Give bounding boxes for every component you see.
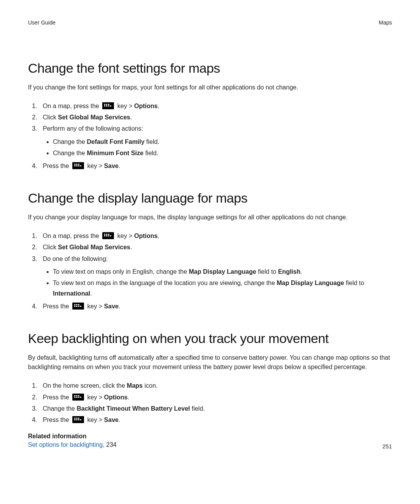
step-item: Do one of the following: To view text on… (39, 254, 392, 299)
step-item: Change the Backlight Timeout When Batter… (39, 403, 392, 414)
bullet-item: To view text on maps in the language of … (53, 278, 392, 299)
step-text: . (130, 244, 132, 250)
bullet-text: field to (256, 268, 278, 275)
bullet-bold: English (278, 268, 301, 275)
header-right: Maps (379, 19, 392, 26)
step-text: key > (116, 233, 134, 239)
bullet-text: To view text on maps only in English, ch… (53, 268, 189, 275)
section-font-settings: Change the font settings for maps If you… (28, 61, 392, 171)
step-item: Click Set Global Map Services. (39, 112, 392, 122)
steps-list: On the home screen, click the Maps icon.… (28, 380, 392, 425)
section-intro: If you change the font settings for maps… (28, 83, 392, 92)
step-item: Press the key > Save. (39, 415, 392, 425)
step-text: Press the (43, 303, 71, 310)
step-bold: Save (104, 416, 119, 423)
step-text: On the home screen, click the (43, 382, 127, 389)
menu-key-icon (72, 416, 84, 423)
step-item: Press the key > Options. (39, 392, 392, 402)
bullet-item: Change the Minimum Font Size field. (53, 148, 392, 158)
step-text: . (130, 114, 132, 121)
step-item: Press the key > Save. (39, 161, 392, 171)
step-bold: Options (104, 394, 128, 401)
section-display-language: Change the display language for maps If … (28, 191, 392, 312)
step-bold: Options (134, 233, 158, 239)
related-link[interactable]: Set options for backlighting, (28, 441, 106, 448)
step-item: Perform any of the following actions: Ch… (39, 123, 392, 158)
step-text: . (158, 233, 159, 239)
section-title: Change the font settings for maps (28, 61, 392, 76)
step-text: key > (116, 103, 134, 109)
step-item: On a map, press the key > Options. (39, 101, 392, 111)
bullet-bold: Minimum Font Size (87, 150, 144, 156)
step-text: On a map, press the (43, 103, 101, 109)
step-item: Press the key > Save. (39, 301, 392, 312)
bullet-text: . (90, 290, 92, 297)
bullet-text: field. (145, 138, 159, 145)
step-text: key > (86, 394, 104, 401)
step-text: Click (43, 244, 58, 250)
step-text: key > (86, 416, 104, 423)
bullet-bold: Map Display Language (276, 280, 344, 286)
bullet-text: Change the (53, 150, 87, 156)
step-text: Press the (43, 163, 71, 169)
steps-list: On a map, press the key > Options. Click… (28, 101, 392, 171)
bullet-item: Change the Default Font Family field. (53, 136, 392, 147)
step-text: Perform any of the following actions: (43, 125, 143, 132)
steps-list: On a map, press the key > Options. Click… (28, 231, 392, 312)
step-item: On a map, press the key > Options. (39, 231, 392, 241)
step-text: On a map, press the (43, 233, 101, 239)
section-intro: By default, backlighting turns off autom… (28, 353, 392, 372)
step-text: Press the (43, 416, 71, 423)
step-item: Click Set Global Map Services. (39, 242, 392, 252)
related-information-heading: Related information (28, 433, 392, 440)
step-text: key > (86, 303, 104, 310)
related-page-number: 234 (106, 441, 117, 448)
step-bold: Backlight Timeout When Battery Level (77, 405, 190, 412)
step-bold: Save (104, 303, 119, 310)
bullet-text: field. (144, 150, 158, 156)
step-text: key > (86, 163, 104, 169)
bullet-list: To view text on maps only in English, ch… (43, 266, 392, 299)
step-text: Do one of the following: (43, 256, 108, 262)
bullet-item: To view text on maps only in English, ch… (53, 266, 392, 277)
step-text: . (119, 303, 120, 310)
bullet-text: field to (344, 280, 364, 286)
step-text: . (158, 103, 159, 109)
menu-key-icon (72, 394, 84, 401)
step-text: Press the (43, 394, 71, 401)
bullet-bold: Map Display Language (189, 268, 256, 275)
step-text: . (119, 416, 120, 423)
menu-key-icon (102, 102, 114, 109)
step-bold: Maps (127, 382, 143, 389)
page-number: 251 (382, 443, 392, 450)
step-text: Click (43, 114, 58, 121)
page-header: User Guide Maps (28, 19, 392, 26)
menu-key-icon (102, 232, 114, 239)
section-title: Change the display language for maps (28, 191, 392, 206)
step-bold: Set Global Map Services (58, 114, 130, 121)
bullet-text: Change the (53, 138, 87, 145)
menu-key-icon (72, 162, 84, 169)
step-text: . (128, 394, 129, 401)
bullet-text: To view text on maps in the language of … (53, 280, 276, 286)
step-bold: Save (104, 163, 119, 169)
step-text: field. (190, 405, 205, 412)
header-left: User Guide (28, 19, 56, 26)
page: User Guide Maps Change the font settings… (0, 0, 420, 504)
menu-key-icon (72, 303, 84, 310)
bullet-bold: International (53, 290, 90, 297)
bullet-text: . (301, 268, 302, 275)
section-intro: If you change your display language for … (28, 213, 392, 222)
related-line: Set options for backlighting, 234 (28, 441, 392, 448)
step-bold: Set Global Map Services (58, 244, 130, 250)
section-backlighting: Keep backlighting on when you track your… (28, 331, 392, 448)
step-item: On the home screen, click the Maps icon. (39, 380, 392, 391)
step-bold: Options (134, 103, 158, 109)
bullet-list: Change the Default Font Family field. Ch… (43, 136, 392, 158)
step-text: Change the (43, 405, 77, 412)
step-text: icon. (143, 382, 158, 389)
section-title: Keep backlighting on when you track your… (28, 331, 392, 346)
step-text: . (119, 163, 120, 169)
bullet-bold: Default Font Family (87, 138, 144, 145)
